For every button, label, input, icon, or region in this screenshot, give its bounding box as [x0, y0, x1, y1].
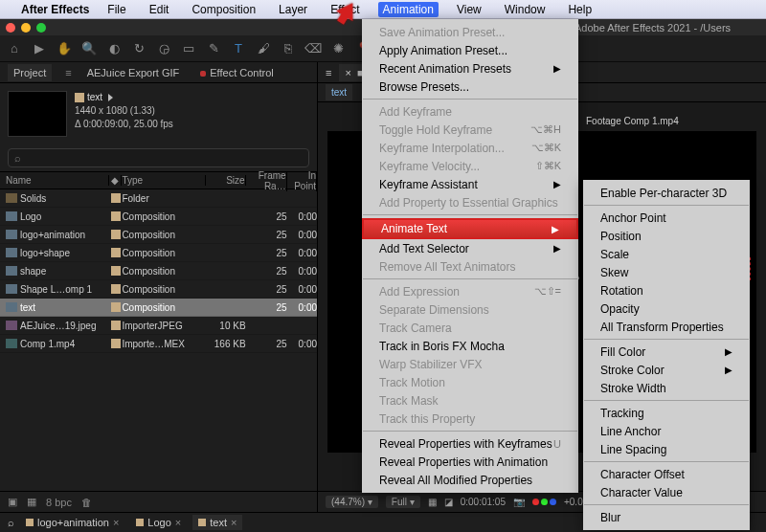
brush-tool-icon[interactable]: 🖌	[255, 40, 272, 57]
zoom-tool-icon[interactable]: 🔍	[80, 40, 98, 57]
menu-item[interactable]: Recent Animation Presets▶	[362, 59, 578, 78]
orbit-tool-icon[interactable]: ◐	[105, 40, 123, 57]
timecode-display[interactable]: 0:00:01:05	[461, 497, 506, 507]
menu-item[interactable]: Fill Color▶	[583, 343, 750, 361]
timeline-tab[interactable]: text×	[192, 515, 242, 530]
menu-composition[interactable]: Composition	[187, 2, 260, 17]
menu-item[interactable]: Skew	[583, 263, 750, 281]
col-label[interactable]: ◆	[109, 175, 123, 186]
table-row[interactable]: AEJuice…19.jpegImporterJPEG10 KB	[0, 317, 317, 335]
menu-item[interactable]: Rotation	[583, 281, 750, 299]
selection-tool-icon[interactable]: ▶	[31, 40, 48, 57]
label-swatch[interactable]	[111, 339, 121, 348]
pen-tool-icon[interactable]: ✎	[205, 40, 222, 57]
menu-item[interactable]: Line Spacing	[583, 440, 750, 458]
menu-help[interactable]: Help	[563, 2, 597, 17]
label-swatch[interactable]	[111, 321, 121, 330]
menu-item[interactable]: Position	[583, 227, 750, 245]
snapshot-icon[interactable]: 📷	[513, 497, 525, 507]
trash-icon[interactable]: 🗑	[81, 497, 92, 508]
label-swatch[interactable]	[111, 193, 121, 203]
menu-item[interactable]: Add Text Selector▶	[362, 239, 578, 257]
label-swatch[interactable]	[111, 266, 121, 276]
channel-icons[interactable]	[532, 499, 556, 505]
menu-item[interactable]: Character Value	[583, 483, 750, 501]
menu-item[interactable]: Browse Presets...	[362, 78, 578, 96]
label-swatch[interactable]	[111, 284, 121, 294]
menu-item[interactable]: Track in Boris FX Mocha	[362, 337, 578, 355]
zoom-select[interactable]: (44.7%) ▾	[326, 496, 378, 508]
col-name[interactable]: Name	[6, 175, 109, 186]
proxy-icon[interactable]: ▦	[27, 496, 36, 508]
tab-project[interactable]: Project	[8, 64, 52, 81]
tab-effect-controls[interactable]: Effect Control	[194, 64, 279, 81]
close-icon[interactable]	[6, 23, 15, 33]
eraser-tool-icon[interactable]: ⌫	[304, 40, 322, 57]
clone-tool-icon[interactable]: ⎘	[280, 40, 297, 57]
table-row[interactable]: Comp 1.mp4Importe…MEX166 KB250:00	[0, 335, 317, 353]
menu-item[interactable]: Reveal Properties with KeyframesU	[362, 434, 578, 453]
table-row[interactable]: shapeComposition250:00	[0, 262, 317, 280]
menu-file[interactable]: File	[102, 2, 130, 17]
menu-item[interactable]: Character Offset	[583, 465, 750, 483]
transparency-icon[interactable]: ▦	[428, 497, 437, 507]
minimize-icon[interactable]	[21, 23, 31, 33]
timeline-tab[interactable]: Logo×	[130, 515, 187, 530]
panel-menu-icon[interactable]: ≡	[65, 67, 71, 78]
col-inpoint[interactable]: In Point	[287, 171, 317, 191]
bpc-label[interactable]: 8 bpc	[46, 497, 72, 508]
menu-item[interactable]: Apply Animation Preset...	[362, 41, 578, 59]
menu-view[interactable]: View	[452, 2, 486, 17]
resolution-select[interactable]: Full ▾	[386, 496, 420, 508]
comp-tab-text[interactable]: text	[326, 84, 352, 100]
table-row[interactable]: Shape L…omp 1Composition250:00	[0, 280, 317, 299]
project-search-input[interactable]: ⌕	[8, 148, 309, 167]
label-swatch[interactable]	[111, 302, 121, 312]
table-row[interactable]: LogoComposition250:00	[0, 208, 317, 226]
menu-item[interactable]: Blur	[583, 508, 750, 526]
menu-item[interactable]: Anchor Point	[583, 209, 750, 227]
tab-aejuice-export[interactable]: AEJuice Export GIF	[81, 64, 186, 81]
col-framerate[interactable]: Frame Ra…	[246, 171, 287, 191]
rotate-tool-icon[interactable]: ↻	[130, 40, 147, 57]
exposure-value[interactable]: +0.0	[564, 497, 583, 507]
pan-behind-tool-icon[interactable]: ◶	[155, 40, 172, 57]
table-row[interactable]: SolidsFolder	[0, 189, 317, 208]
rect-tool-icon[interactable]: ▭	[180, 40, 197, 57]
label-swatch[interactable]	[111, 248, 121, 257]
menu-window[interactable]: Window	[500, 2, 551, 17]
app-name[interactable]: After Effects	[21, 3, 89, 16]
label-swatch[interactable]	[111, 211, 121, 221]
table-row[interactable]: logo+animationComposition250:00	[0, 226, 317, 244]
menu-layer[interactable]: Layer	[274, 2, 312, 17]
menu-item[interactable]: Scale	[583, 245, 750, 263]
menu-animation[interactable]: Animation	[378, 2, 439, 17]
menu-edit[interactable]: Edit	[145, 2, 174, 17]
mask-icon[interactable]: ◪	[444, 497, 453, 507]
menu-item[interactable]: Stroke Color▶	[583, 361, 750, 379]
menu-item[interactable]: Stroke Width	[583, 379, 750, 397]
table-row[interactable]: logo+shapeComposition250:00	[0, 244, 317, 262]
menu-item[interactable]: All Transform Properties	[583, 318, 750, 336]
menu-item[interactable]: Enable Per-character 3D	[583, 184, 750, 202]
col-type[interactable]: Type	[122, 175, 206, 186]
interpret-footage-icon[interactable]: ▣	[8, 496, 17, 508]
menu-item[interactable]: Tracking	[583, 404, 750, 422]
zoom-icon[interactable]	[36, 23, 46, 33]
roto-tool-icon[interactable]: ✺	[329, 40, 347, 57]
type-tool-icon[interactable]: T	[230, 40, 247, 57]
search-icon[interactable]: ⌕	[8, 517, 14, 528]
table-row[interactable]: textComposition250:00	[0, 299, 317, 317]
hand-tool-icon[interactable]: ✋	[56, 40, 73, 57]
menu-item[interactable]: Reveal Properties with Animation	[362, 453, 578, 471]
label-swatch[interactable]	[111, 230, 121, 239]
panel-menu-icon[interactable]: ≡	[326, 67, 331, 78]
menu-item[interactable]: Animate Text▶	[362, 218, 578, 239]
menu-item[interactable]: Keyframe Assistant▶	[362, 175, 578, 193]
timeline-tab[interactable]: logo+animation×	[20, 515, 124, 530]
dropdown-icon[interactable]	[108, 94, 113, 101]
home-icon[interactable]: ⌂	[6, 40, 23, 57]
col-size[interactable]: Size	[206, 175, 245, 186]
menu-item[interactable]: Opacity	[583, 299, 750, 318]
menu-item[interactable]: Reveal All Modified Properties	[362, 471, 578, 489]
